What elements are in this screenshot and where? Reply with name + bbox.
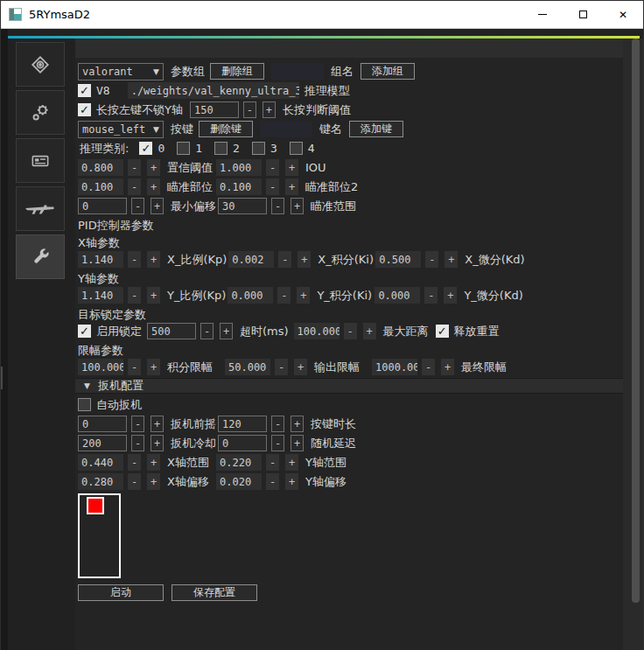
y-kd-minus-button[interactable]: -: [424, 287, 438, 304]
aim-part2-minus-button[interactable]: -: [266, 178, 279, 195]
confidence-plus-button[interactable]: +: [147, 159, 160, 176]
integral-limit-plus-button[interactable]: +: [147, 359, 160, 375]
output-limit-plus-button[interactable]: +: [294, 359, 307, 375]
y-range-minus-button[interactable]: -: [266, 454, 279, 471]
min-offset-minus-button[interactable]: -: [131, 198, 144, 214]
y-kd-plus-button[interactable]: +: [444, 287, 457, 304]
y-offset-minus-button[interactable]: -: [266, 473, 279, 490]
aim-part2-plus-button[interactable]: +: [285, 178, 298, 195]
aim-part2-input[interactable]: [216, 178, 262, 195]
longpress-plus-button[interactable]: +: [262, 101, 276, 118]
y-ki-plus-button[interactable]: +: [297, 287, 310, 304]
x-offset-plus-button[interactable]: +: [147, 473, 160, 490]
longpress-minus-button[interactable]: -: [243, 101, 256, 118]
x-offset-input[interactable]: [78, 473, 123, 490]
scrollbar-thumb[interactable]: [632, 38, 640, 603]
sidebar-item-aim[interactable]: [16, 42, 65, 87]
group-select[interactable]: valorant ▼: [78, 63, 164, 80]
add-group-button[interactable]: 添加组: [360, 63, 415, 80]
trigger-cooldown-input[interactable]: [78, 435, 127, 451]
class-4-checkbox[interactable]: [290, 142, 303, 155]
delete-key-button[interactable]: 删除键: [199, 121, 253, 137]
x-kd-minus-button[interactable]: -: [425, 251, 438, 268]
final-limit-plus-button[interactable]: +: [441, 359, 454, 375]
y-ki-minus-button[interactable]: -: [277, 287, 290, 304]
x-ki-plus-button[interactable]: +: [298, 251, 311, 268]
integral-limit-minus-button[interactable]: -: [128, 359, 141, 375]
iou-minus-button[interactable]: -: [266, 159, 279, 176]
y-offset-plus-button[interactable]: +: [285, 473, 298, 490]
auto-trigger-checkbox[interactable]: [78, 398, 91, 411]
y-kp-minus-button[interactable]: -: [128, 287, 141, 304]
x-kp-minus-button[interactable]: -: [128, 251, 141, 268]
confidence-input[interactable]: [78, 159, 123, 176]
iou-plus-button[interactable]: +: [285, 159, 298, 176]
key-name-input[interactable]: [260, 121, 312, 137]
add-key-button[interactable]: 添加键: [349, 121, 403, 137]
model-path-input[interactable]: [128, 82, 299, 99]
final-limit-input[interactable]: [372, 359, 417, 375]
aim-part-input[interactable]: [78, 178, 123, 195]
min-offset-plus-button[interactable]: +: [150, 198, 164, 214]
close-button[interactable]: ✕: [603, 1, 643, 28]
x-range-plus-button[interactable]: +: [147, 454, 160, 471]
timeout-plus-button[interactable]: +: [220, 323, 233, 339]
minimize-button[interactable]: [522, 1, 563, 28]
y-range-input[interactable]: [216, 454, 262, 471]
max-distance-plus-button[interactable]: +: [363, 323, 376, 339]
x-kd-plus-button[interactable]: +: [444, 251, 458, 268]
sidebar-item-tools[interactable]: [16, 234, 65, 279]
min-offset-input[interactable]: [78, 198, 127, 214]
x-kp-input[interactable]: [78, 251, 123, 268]
key-select[interactable]: mouse_left ▼: [78, 121, 164, 138]
left-edge-handle[interactable]: [1, 367, 3, 389]
x-range-input[interactable]: [78, 454, 123, 471]
sidebar-item-settings[interactable]: [16, 90, 65, 135]
maximize-button[interactable]: [563, 1, 603, 28]
trigger-windup-minus-button[interactable]: -: [131, 416, 144, 432]
x-kd-input[interactable]: [375, 251, 421, 268]
trigger-cooldown-plus-button[interactable]: +: [150, 435, 164, 451]
random-delay-plus-button[interactable]: +: [290, 435, 304, 451]
timeout-input[interactable]: [147, 323, 196, 339]
output-limit-input[interactable]: [225, 359, 270, 375]
save-config-button[interactable]: 保存配置: [172, 584, 257, 601]
aim-range-plus-button[interactable]: +: [290, 198, 304, 214]
class-2-checkbox[interactable]: [214, 142, 228, 155]
class-1-checkbox[interactable]: [177, 142, 190, 155]
max-distance-minus-button[interactable]: -: [344, 323, 357, 339]
iou-input[interactable]: [216, 159, 262, 176]
confidence-minus-button[interactable]: -: [128, 159, 141, 176]
x-ki-minus-button[interactable]: -: [278, 251, 291, 268]
trigger-section-header[interactable]: ▼ 扳机配置: [75, 378, 625, 394]
aim-range-input[interactable]: [218, 198, 267, 214]
y-offset-input[interactable]: [216, 473, 262, 490]
class-0-checkbox[interactable]: ✓: [139, 142, 152, 155]
start-button[interactable]: 启动: [78, 584, 164, 601]
lock-enable-checkbox[interactable]: ✓: [78, 325, 91, 338]
press-duration-minus-button[interactable]: -: [271, 416, 284, 432]
model-enabled-checkbox[interactable]: ✓: [78, 84, 91, 97]
max-distance-input[interactable]: [294, 323, 340, 339]
aim-part-minus-button[interactable]: -: [128, 178, 141, 195]
random-delay-minus-button[interactable]: -: [271, 435, 284, 451]
class-3-checkbox[interactable]: [252, 142, 265, 155]
final-limit-minus-button[interactable]: -: [422, 359, 435, 375]
trigger-windup-input[interactable]: [78, 416, 127, 432]
trigger-windup-plus-button[interactable]: +: [150, 416, 164, 432]
longpress-threshold-input[interactable]: [190, 101, 239, 118]
press-duration-input[interactable]: [218, 416, 267, 432]
x-ki-input[interactable]: [228, 251, 274, 268]
press-duration-plus-button[interactable]: +: [290, 416, 304, 432]
y-ki-input[interactable]: [228, 287, 273, 304]
scrollbar[interactable]: [623, 38, 643, 650]
y-kd-input[interactable]: [374, 287, 420, 304]
release-reset-checkbox[interactable]: ✓: [436, 325, 449, 338]
timeout-minus-button[interactable]: -: [200, 323, 214, 339]
y-kp-input[interactable]: [78, 287, 123, 304]
x-kp-plus-button[interactable]: +: [147, 251, 160, 268]
sidebar-item-display[interactable]: [16, 138, 65, 183]
y-kp-plus-button[interactable]: +: [147, 287, 160, 304]
integral-limit-input[interactable]: [78, 359, 123, 375]
x-range-minus-button[interactable]: -: [128, 454, 141, 471]
